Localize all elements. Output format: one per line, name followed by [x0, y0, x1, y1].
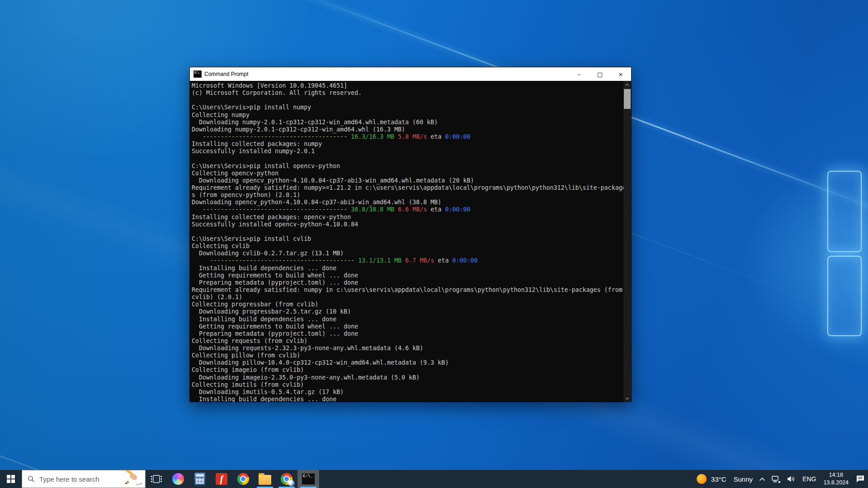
clock-time: 14:18	[823, 471, 849, 479]
terminal-line: Preparing metadata (pyproject.toml) ... …	[192, 330, 622, 338]
vertical-scrollbar[interactable]	[623, 81, 631, 402]
terminal-line: (c) Microsoft Corporation. All rights re…	[192, 89, 622, 97]
terminal-line: Installing collected packages: numpy	[192, 141, 622, 148]
taskbar: f 33°C Sunny	[0, 470, 868, 488]
speaker-icon	[787, 475, 796, 483]
terminal-line: Downloading numpy-2.0.1-cp312-cp312-win_…	[192, 126, 622, 133]
calculator-icon	[194, 473, 205, 485]
file-explorer-button[interactable]	[254, 470, 276, 488]
facebook-button[interactable]: f	[211, 470, 232, 488]
taskbar-search[interactable]	[22, 470, 146, 488]
terminal-line: Collecting imageio (from cvlib)	[192, 366, 622, 374]
folder-icon	[259, 475, 271, 485]
sun-icon	[697, 474, 707, 484]
task-view-icon	[151, 474, 162, 484]
clock-date: 13.8.2024	[823, 479, 849, 487]
terminal-line: Collecting pillow (from cvlib)	[192, 352, 622, 359]
windows-start-icon	[7, 475, 15, 483]
terminal-line: Requirement already satisfied: numpy in …	[192, 286, 622, 294]
terminal-line: C:\Users\Servis>pip install numpy	[192, 104, 622, 111]
close-button[interactable]: ×	[610, 67, 631, 81]
terminal-line: Collecting requests (from cvlib)	[192, 338, 622, 345]
terminal-line: Downloading imutils-0.5.4.tar.gz (17 kB)	[192, 389, 622, 396]
terminal-line: Downloading opencv_python-4.10.0.84-cp37…	[192, 177, 622, 184]
chevron-up-icon	[759, 477, 765, 481]
terminal-line: Requirement already satisfied: numpy>=1.…	[192, 184, 622, 192]
command-prompt-taskbar-button[interactable]	[297, 470, 319, 488]
window-title: Command Prompt	[204, 71, 569, 77]
terminal-line: Successfully installed numpy-2.0.1	[192, 148, 622, 155]
terminal-line: Downloading numpy-2.0.1-cp312-cp312-win_…	[192, 119, 622, 126]
chrome-button[interactable]	[232, 470, 254, 488]
terminal-line: s (from opencv-python) (2.0.1)	[192, 192, 622, 199]
terminal-line: Installing build dependencies ... done	[192, 316, 622, 323]
chrome-profile-button[interactable]	[276, 470, 297, 488]
terminal-line: Collecting imutils (from cvlib)	[192, 381, 622, 389]
command-prompt-window: Command Prompt – □ × Microsoft Windows […	[189, 67, 632, 402]
terminal-line: Collecting numpy	[192, 112, 622, 119]
terminal-line: Downloading cvlib-0.2.7.tar.gz (13.1 MB)	[192, 250, 622, 257]
terminal-line: ----------------------------------------…	[192, 257, 622, 264]
calculator-button[interactable]	[189, 470, 211, 488]
volume-button[interactable]	[784, 470, 799, 488]
profile-badge	[288, 480, 294, 486]
system-tray: 33°C Sunny ENG	[693, 470, 868, 488]
minimize-button[interactable]: –	[569, 67, 590, 81]
tray-expand-button[interactable]	[756, 470, 769, 488]
terminal-line: Downloading requests-2.32.3-py3-none-any…	[192, 345, 622, 352]
copilot-icon	[172, 473, 184, 485]
search-doodle-illustration	[116, 470, 144, 488]
weather-condition: Sunny	[734, 475, 753, 483]
terminal-area[interactable]: Microsoft Windows [Version 10.0.19045.46…	[190, 81, 631, 402]
weather-widget[interactable]: 33°C Sunny	[693, 470, 756, 488]
command-prompt-icon	[302, 473, 315, 485]
network-icon	[772, 475, 781, 483]
scroll-up-icon[interactable]	[623, 81, 631, 88]
terminal-line	[192, 155, 622, 162]
terminal-line: Downloading opencv_python-4.10.0.84-cp37…	[192, 199, 622, 206]
weather-temperature: 33°C	[711, 475, 726, 483]
terminal-line: ----------------------------------------…	[192, 133, 622, 141]
facebook-icon: f	[216, 473, 227, 485]
terminal-line: Installing collected packages: opencv-py…	[192, 214, 622, 221]
chrome-icon	[237, 473, 249, 485]
scrollbar-thumb[interactable]	[624, 89, 631, 109]
terminal-line: Downloading pillow-10.4.0-cp312-cp312-wi…	[192, 359, 622, 366]
terminal-line: Installing build dependencies ... done	[192, 396, 622, 402]
terminal-line: C:\Users\Servis>pip install cvlib	[192, 235, 622, 243]
terminal-line: cvlib) (2.0.1)	[192, 294, 622, 301]
terminal-line: Preparing metadata (pyproject.toml) ... …	[192, 279, 622, 286]
terminal-line: Getting requirements to build wheel ... …	[192, 323, 622, 330]
terminal-line: Downloading imageio-2.35.0-py3-none-any.…	[192, 374, 622, 381]
network-button[interactable]	[769, 470, 784, 488]
terminal-line: Successfully installed opencv-python-4.1…	[192, 221, 622, 228]
cmd-icon	[193, 70, 202, 78]
terminal-line: Collecting cvlib	[192, 243, 622, 250]
search-icon	[28, 475, 35, 483]
terminal-output: Microsoft Windows [Version 10.0.19045.46…	[192, 82, 622, 402]
language-indicator[interactable]: ENG	[799, 470, 819, 488]
scroll-down-icon[interactable]	[623, 395, 631, 402]
notification-icon	[856, 475, 865, 483]
maximize-button[interactable]: □	[590, 67, 610, 81]
terminal-line: Collecting progressbar (from cvlib)	[192, 301, 622, 308]
terminal-line	[192, 97, 622, 104]
terminal-line: Collecting opencv-python	[192, 170, 622, 177]
language-label: ENG	[802, 475, 816, 483]
terminal-line	[192, 228, 622, 235]
copilot-button[interactable]	[167, 470, 189, 488]
task-view-button[interactable]	[146, 470, 167, 488]
clock[interactable]: 14:18 13.8.2024	[819, 471, 853, 487]
action-center-button[interactable]	[853, 470, 868, 488]
terminal-line: Microsoft Windows [Version 10.0.19045.46…	[192, 82, 622, 89]
terminal-line: Downloading progressbar-2.5.tar.gz (10 k…	[192, 308, 622, 315]
terminal-line: Installing build dependencies ... done	[192, 265, 622, 272]
terminal-line: ----------------------------------------…	[192, 206, 622, 213]
terminal-line: C:\Users\Servis>pip install opencv-pytho…	[192, 163, 622, 170]
window-titlebar[interactable]: Command Prompt – □ ×	[190, 67, 631, 81]
terminal-line: Getting requirements to build wheel ... …	[192, 272, 622, 279]
search-input[interactable]	[38, 475, 116, 483]
start-button[interactable]	[0, 470, 22, 488]
